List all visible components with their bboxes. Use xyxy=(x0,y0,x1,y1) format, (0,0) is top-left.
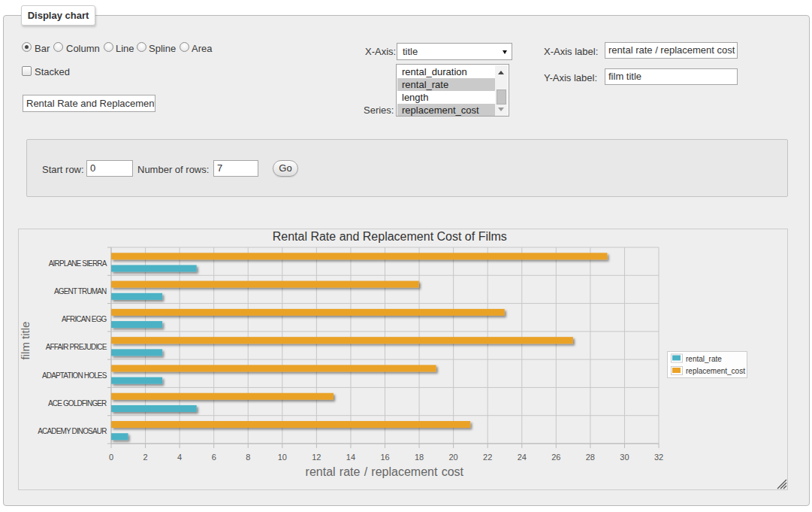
svg-text:ADAPTATION HOLES: ADAPTATION HOLES xyxy=(42,371,107,380)
svg-text:28: 28 xyxy=(586,453,595,462)
svg-text:AFRICAN EGG: AFRICAN EGG xyxy=(62,315,107,323)
svg-text:AGENT TRUMAN: AGENT TRUMAN xyxy=(54,287,107,295)
svg-text:10: 10 xyxy=(278,453,287,462)
svg-text:22: 22 xyxy=(483,453,492,462)
svg-text:8: 8 xyxy=(246,453,250,462)
svg-text:16: 16 xyxy=(380,453,389,462)
svg-text:30: 30 xyxy=(620,453,629,462)
svg-text:12: 12 xyxy=(312,453,321,462)
svg-text:32: 32 xyxy=(654,453,663,462)
svg-text:6: 6 xyxy=(212,453,216,462)
svg-text:film title: film title xyxy=(19,322,32,360)
svg-text:4: 4 xyxy=(177,453,182,462)
svg-text:AFFAIR PREJUDICE: AFFAIR PREJUDICE xyxy=(46,343,107,351)
svg-text:replacement_cost: replacement_cost xyxy=(686,367,745,375)
svg-text:rental rate / replacement cost: rental rate / replacement cost xyxy=(306,465,464,478)
svg-text:ACE GOLDFINGER: ACE GOLDFINGER xyxy=(48,399,107,407)
svg-text:26: 26 xyxy=(551,453,560,462)
svg-text:rental_rate: rental_rate xyxy=(686,355,722,363)
svg-text:ACADEMY DINOSAUR: ACADEMY DINOSAUR xyxy=(38,427,107,435)
svg-text:14: 14 xyxy=(346,453,355,462)
svg-text:24: 24 xyxy=(518,453,527,462)
svg-text:0: 0 xyxy=(109,453,113,462)
svg-text:Rental Rate and Replacement Co: Rental Rate and Replacement Cost of Film… xyxy=(273,230,507,243)
svg-text:20: 20 xyxy=(448,453,457,462)
svg-text:18: 18 xyxy=(415,453,424,462)
svg-text:AIRPLANE SIERRA: AIRPLANE SIERRA xyxy=(49,259,107,268)
svg-text:2: 2 xyxy=(143,453,147,462)
